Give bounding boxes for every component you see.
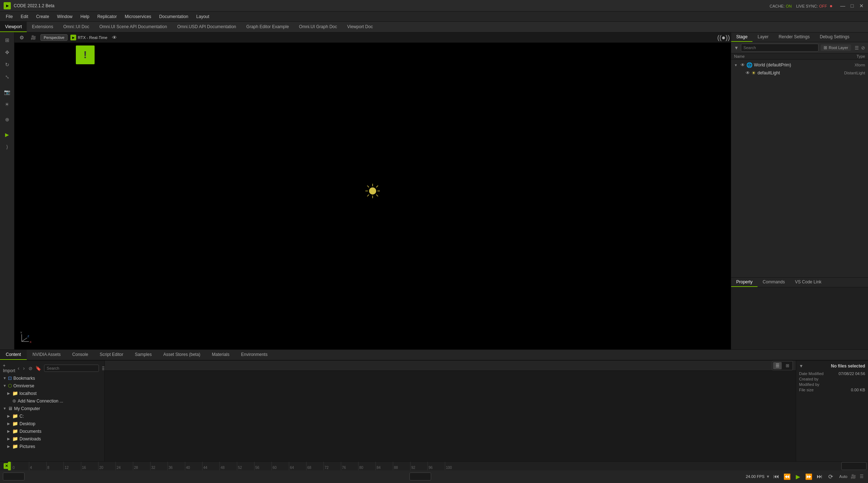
rotate-tool-button[interactable]: ↻ xyxy=(2,59,13,70)
tab-environments[interactable]: Environments xyxy=(235,350,273,360)
menu-edit[interactable]: Edit xyxy=(17,13,32,21)
list-view-button[interactable]: ☰ xyxy=(773,362,782,369)
tab-stage[interactable]: Stage xyxy=(731,32,752,42)
expand-arrow-world[interactable]: ▼ xyxy=(734,63,738,67)
root-layer-badge[interactable]: ⊞ Root Layer xyxy=(821,44,851,51)
tab-vscode-link[interactable]: VS Code Link xyxy=(790,278,826,287)
tab-render-settings[interactable]: Render Settings xyxy=(773,32,815,42)
menu-microservices[interactable]: Microservices xyxy=(121,13,155,21)
tree-item-light[interactable]: ▶ 👁 ☀ defaultLight DistantLight xyxy=(737,69,868,77)
file-item-desktop[interactable]: ▶ 📁 Desktop xyxy=(0,420,104,427)
play-pause-button[interactable]: ▶ xyxy=(794,472,802,481)
tab-samples[interactable]: Samples xyxy=(129,350,157,360)
file-item-downloads[interactable]: ▶ 📁 Downloads xyxy=(0,435,104,443)
bookmark-list-icon[interactable]: 🔖 xyxy=(35,366,41,371)
expand-mycomputer-icon[interactable]: ▼ xyxy=(3,406,6,410)
menu-replicator[interactable]: Replicator xyxy=(94,13,120,21)
tab-asset-stores[interactable]: Asset Stores (beta) xyxy=(157,350,206,360)
start-frame-input[interactable]: 0 xyxy=(3,473,25,480)
viewport-camera-icon[interactable]: 🎥 xyxy=(29,33,38,42)
tab-script-editor[interactable]: Script Editor xyxy=(94,350,129,360)
filter-icon-content[interactable]: ⊘ xyxy=(29,366,32,371)
settings-small-icon[interactable]: ☰ xyxy=(858,473,865,480)
tab-nvidia-assets[interactable]: NVIDIA Assets xyxy=(27,350,66,360)
playhead[interactable] xyxy=(8,462,11,470)
streaming-icon[interactable]: ((●)) xyxy=(719,33,728,42)
filter-options-icon[interactable]: ☰ xyxy=(855,45,859,51)
viewport-settings-icon[interactable]: ⚙ xyxy=(17,33,26,42)
timeline-ruler[interactable]: ✕ 0 4 8 12 16 20 24 28 32 36 40 44 48 52… xyxy=(0,462,868,470)
eye-icon-light[interactable]: 👁 xyxy=(746,70,750,75)
nav-forward-button[interactable]: › xyxy=(22,365,26,371)
menu-help[interactable]: Help xyxy=(77,13,93,21)
menu-window[interactable]: Window xyxy=(53,13,76,21)
loop-button[interactable]: ⟳ xyxy=(826,472,835,481)
file-item-bookmarks[interactable]: ▼ ⊡ Bookmarks xyxy=(0,374,104,382)
eye-visible-icon[interactable]: 👁 xyxy=(110,33,119,42)
expand-bookmarks-icon[interactable]: ▼ xyxy=(3,376,6,380)
file-search-input[interactable] xyxy=(44,365,99,372)
file-item-pictures[interactable]: ▶ 📁 Pictures xyxy=(0,443,104,450)
filter-icon-2[interactable]: ⊘ xyxy=(861,45,865,51)
collapse-icon[interactable]: ▼ xyxy=(799,364,803,369)
tab-debug-settings[interactable]: Debug Settings xyxy=(815,32,854,42)
grid-view-button[interactable]: ⊞ xyxy=(783,362,792,369)
file-item-add-connection[interactable]: ▶ ⊕ Add New Connection ... xyxy=(0,397,104,405)
expand-localhost-icon[interactable]: ▶ xyxy=(7,391,11,395)
expand-omniverse-icon[interactable]: ▼ xyxy=(3,384,6,388)
tab-property[interactable]: Property xyxy=(731,278,758,287)
tab-extensions[interactable]: Extensions xyxy=(27,22,58,32)
close-timeline-icon[interactable]: ✕ xyxy=(5,464,8,468)
light-tool-button[interactable]: ☀ xyxy=(2,99,13,110)
tab-scene-api[interactable]: Omni.UI Scene API Documentation xyxy=(94,22,172,32)
expand-pictures-icon[interactable]: ▶ xyxy=(7,444,11,448)
rtx-button[interactable]: ▶ RTX - Real-Time xyxy=(70,35,107,40)
nav-back-button[interactable]: ‹ xyxy=(17,365,21,371)
scale-tool-button[interactable]: ⤡ xyxy=(2,71,13,82)
menu-layout[interactable]: Layout xyxy=(193,13,213,21)
tab-layer[interactable]: Layer xyxy=(752,32,773,42)
camera-tool-button[interactable]: 📷 xyxy=(2,87,13,97)
expand-arrow-light[interactable]: ▶ xyxy=(740,71,743,75)
list-view-icon[interactable]: ☰ xyxy=(102,366,105,371)
step-forward-button[interactable]: ⏭ xyxy=(815,472,824,481)
minimize-button[interactable]: — xyxy=(840,3,846,9)
filter-icon[interactable]: ▼ xyxy=(734,45,739,51)
file-item-documents[interactable]: ▶ 📁 Documents xyxy=(0,427,104,435)
play-button[interactable]: ▶ xyxy=(2,129,13,140)
move-tool-button[interactable]: ✥ xyxy=(2,47,13,58)
file-item-mycomputer[interactable]: ▼ 🖥 My Computer xyxy=(0,405,104,412)
end-frame-input[interactable]: 100 xyxy=(409,473,431,480)
file-item-c-drive[interactable]: ▶ 📁 C: xyxy=(0,412,104,420)
close-button[interactable]: ✕ xyxy=(859,3,864,9)
frame-input[interactable]: 1260 xyxy=(841,462,867,470)
tab-commands[interactable]: Commands xyxy=(758,278,790,287)
extra-tool-button[interactable]: ⟩ xyxy=(2,142,13,152)
tab-materials[interactable]: Materials xyxy=(206,350,235,360)
tab-usd-api[interactable]: Omni.USD API Documentation xyxy=(172,22,241,32)
tab-console[interactable]: Console xyxy=(66,350,94,360)
menu-file[interactable]: File xyxy=(2,13,16,21)
tab-omniui-doc[interactable]: Omni::UI Doc xyxy=(58,22,94,32)
frame-forward-button[interactable]: ⏩ xyxy=(804,472,813,481)
tree-item-world[interactable]: ▼ 👁 🌐 World (defaultPrim) Xform xyxy=(731,61,868,69)
expand-c-icon[interactable]: ▶ xyxy=(7,414,11,418)
expand-desktop-icon[interactable]: ▶ xyxy=(7,422,11,426)
frame-back-button[interactable]: ⏪ xyxy=(783,472,791,481)
select-tool-button[interactable]: ⊞ xyxy=(2,35,13,45)
tab-viewport[interactable]: Viewport xyxy=(0,22,27,32)
menu-create[interactable]: Create xyxy=(32,13,53,21)
import-button[interactable]: + Import xyxy=(3,363,15,373)
tab-viewport-doc[interactable]: Viewport Doc xyxy=(342,22,378,32)
camera-alt-icon[interactable]: 🎥 xyxy=(850,473,857,480)
tab-graph-editor[interactable]: Graph Editor Example xyxy=(241,22,294,32)
tab-content[interactable]: Content xyxy=(0,350,27,360)
perspective-button[interactable]: Perspective xyxy=(40,34,68,41)
menu-documentation[interactable]: Documentation xyxy=(156,13,192,21)
expand-downloads-icon[interactable]: ▶ xyxy=(7,437,11,441)
fps-dropdown-icon[interactable]: ▼ xyxy=(766,474,770,479)
step-back-button[interactable]: ⏮ xyxy=(772,472,781,481)
file-item-omniverse[interactable]: ▼ ⬡ Omniverse xyxy=(0,382,104,390)
file-item-localhost[interactable]: ▶ 📁 localhost xyxy=(0,390,104,397)
viewport[interactable]: ⚙ 🎥 Perspective ▶ RTX - Real-Time 👁 ((●)… xyxy=(14,32,731,349)
